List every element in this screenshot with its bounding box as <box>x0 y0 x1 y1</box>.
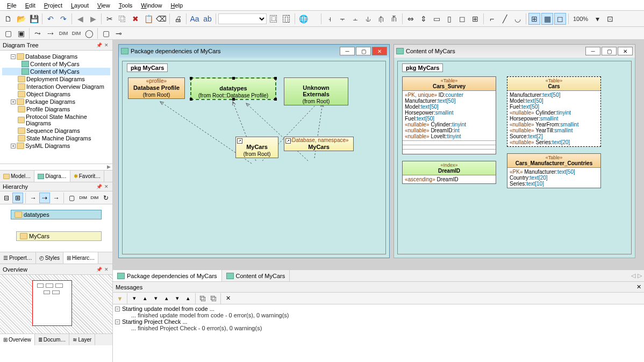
msg-btn6-icon[interactable]: ▾ <box>173 294 182 303</box>
table-cars-manufacturer-countries[interactable]: «Table»Cars_Manufacturer_Countries «PK» … <box>507 153 601 188</box>
hier-btn1-icon[interactable]: ⊟ <box>1 193 11 203</box>
hier-arrow1-icon[interactable]: → <box>28 193 38 203</box>
print-icon[interactable]: 🖨 <box>172 13 184 25</box>
collapse-icon[interactable]: − <box>115 320 120 324</box>
minimize-button[interactable]: ─ <box>585 47 600 55</box>
menu-view[interactable]: View <box>93 1 115 10</box>
tb-action2-icon[interactable]: ⿵ <box>281 13 292 25</box>
hier-refresh-icon[interactable]: ↻ <box>101 193 111 203</box>
hier-rect-icon[interactable]: ▢ <box>66 193 76 203</box>
align-right-icon[interactable]: ⫠ <box>349 13 361 25</box>
tab-layer[interactable]: ≋ Layer <box>69 334 95 345</box>
table-cars-survey[interactable]: «Table»Cars_Survey «PK, unique» ID:count… <box>402 76 496 154</box>
tree-item[interactable]: Deployment Diagrams <box>2 75 110 83</box>
next-icon[interactable]: ▶ <box>87 13 99 25</box>
tree-item[interactable]: Content of MyCars <box>2 68 110 75</box>
tb2-arrow-icon[interactable]: ⤳ <box>32 27 44 39</box>
table-dreamid[interactable]: «Index»DreamID «ascending» DreamID <box>402 161 496 184</box>
tree-item[interactable]: −Database Diagrams <box>2 53 110 60</box>
new-file-icon[interactable]: 🗋 <box>2 13 14 25</box>
line-style1-icon[interactable]: ⌐ <box>486 13 498 25</box>
menu-window[interactable]: Window <box>137 1 166 10</box>
doc-titlebar[interactable]: Package dependencies of MyCars ─ ▢ ✕ <box>119 45 389 58</box>
msg-btn3-icon[interactable]: ▴ <box>140 294 150 303</box>
toolbar-combo[interactable] <box>218 13 267 24</box>
overview-viewport[interactable] <box>32 280 72 326</box>
menu-tools[interactable]: Tools <box>115 1 137 10</box>
menu-project[interactable]: Project <box>40 1 67 10</box>
maximize-button[interactable]: ▢ <box>602 47 617 55</box>
copy-msg-icon[interactable]: ⿻ <box>198 294 207 303</box>
hier-arrow2-icon[interactable]: ⇢ <box>39 193 50 203</box>
align-center-h-icon[interactable]: ⫟ <box>337 13 348 25</box>
close-icon[interactable]: ✕ <box>103 183 110 190</box>
uml-box-mycars[interactable]: ↗ MyCars (from Root) <box>235 137 278 158</box>
open-file-icon[interactable]: 📂 <box>15 13 27 25</box>
grid-icon[interactable]: ⊞ <box>528 13 540 25</box>
tree-item[interactable]: State Machine Diagrams <box>2 134 110 142</box>
doc-tab-dependencies[interactable]: Package dependencies of MyCars <box>113 270 222 281</box>
delete-icon[interactable]: ⌫ <box>155 13 167 25</box>
hier-arrow3-icon[interactable]: → <box>51 193 61 203</box>
maximize-button[interactable]: ▢ <box>356 47 371 55</box>
tb2-link-icon[interactable]: ⊸ <box>113 27 125 39</box>
fit-icon[interactable]: ◻ <box>554 13 566 25</box>
tb2-note-icon[interactable]: ▢ <box>100 27 112 39</box>
align-left-icon[interactable]: ⫞ <box>324 13 335 25</box>
layout-icon[interactable]: ⊞ <box>469 13 481 25</box>
msg-btn5-icon[interactable]: ▴ <box>162 294 171 303</box>
copy-icon[interactable]: ⿻ <box>117 13 128 25</box>
tab-diagram[interactable]: Diagra… <box>34 171 70 182</box>
zoom-fit-icon[interactable]: ⊡ <box>604 13 616 25</box>
uml-box-database-profile[interactable]: «profile» Database Profile (from Root) <box>128 77 185 99</box>
tree-item[interactable]: +Package Diagrams <box>2 98 110 105</box>
tb2-dim2-icon[interactable]: DIM <box>70 27 82 39</box>
menu-file[interactable]: File <box>3 1 21 10</box>
redo-icon[interactable]: ↷ <box>58 13 69 25</box>
doc-tab-content[interactable]: Content of MyCars <box>222 270 290 281</box>
scroll-right-icon[interactable]: ▶ <box>105 164 112 170</box>
doc-window-package-dependencies[interactable]: Package dependencies of MyCars ─ ▢ ✕ pkg… <box>118 44 390 258</box>
uml-box-unknown-externals[interactable]: Unknown Externals (from Root) <box>284 77 348 105</box>
close-button[interactable]: ✕ <box>618 47 633 55</box>
hier-btn2-icon[interactable]: ⊞ <box>12 193 23 203</box>
hierarchy-body[interactable]: datatypes MyCars <box>0 204 112 252</box>
clear-icon[interactable]: ✕ <box>223 294 233 303</box>
tree-item[interactable]: Object Diagrams <box>2 90 110 98</box>
line-style3-icon[interactable]: ◡ <box>512 13 524 25</box>
uml-box-mycars-db[interactable]: ↗ «Database, namespace» MyCars <box>284 137 354 151</box>
diagram-tree[interactable]: −Database DiagramsContent of MyCarsConte… <box>0 51 112 164</box>
space-h-icon[interactable]: ⇔ <box>405 13 417 25</box>
tree-item[interactable]: Sequence Diagrams <box>2 127 110 134</box>
minimize-button[interactable]: ─ <box>340 47 355 55</box>
same-width-icon[interactable]: ▭ <box>431 13 442 25</box>
filter-icon[interactable]: ▼ <box>115 294 125 303</box>
msg-btn4-icon[interactable]: ▾ <box>151 294 161 303</box>
paste-icon[interactable]: 📋 <box>142 13 154 25</box>
uml-box-datatypes[interactable]: datatypes (from Root::Database Profile) <box>190 77 276 100</box>
doc-titlebar[interactable]: Content of MyCars ─ ▢ ✕ <box>394 45 635 58</box>
close-icon[interactable]: ✕ <box>636 283 641 290</box>
menu-help[interactable]: Help <box>167 1 188 10</box>
tab-overview[interactable]: ⊞ Overview <box>0 334 35 345</box>
tb2-circle-icon[interactable]: ◯ <box>83 27 95 39</box>
pin-icon[interactable]: 📌 <box>96 42 102 48</box>
hierarchy-node-datatypes[interactable]: datatypes <box>11 210 102 219</box>
messages-body[interactable]: −Starting update model from code ... ...… <box>113 304 644 362</box>
replace-icon[interactable]: ab <box>202 13 213 25</box>
tab-hierarchy[interactable]: ⊞ Hierarc… <box>63 252 98 264</box>
globe-icon[interactable]: 🌐 <box>297 13 309 25</box>
save-icon[interactable]: 💾 <box>28 13 40 25</box>
align-top-icon[interactable]: ⫝ <box>362 13 374 25</box>
hierarchy-node-mycars[interactable]: MyCars <box>16 231 102 241</box>
tab-styles[interactable]: ◴ Styles <box>36 252 63 264</box>
doc-window-content-mycars[interactable]: Content of MyCars ─ ▢ ✕ pkg MyCars «Ta <box>393 44 635 258</box>
tree-item[interactable]: +SysML Diagrams <box>2 142 110 150</box>
msg-btn2-icon[interactable]: ▾ <box>130 294 139 303</box>
copy-all-icon[interactable]: ⿻ <box>209 294 218 303</box>
same-height-icon[interactable]: ▯ <box>443 13 455 25</box>
close-icon[interactable]: ✕ <box>103 266 110 273</box>
menu-edit[interactable]: Edit <box>21 1 40 10</box>
tab-favorites[interactable]: ✱Favorit… <box>70 171 105 182</box>
tree-item[interactable]: Profile Diagrams <box>2 105 110 113</box>
